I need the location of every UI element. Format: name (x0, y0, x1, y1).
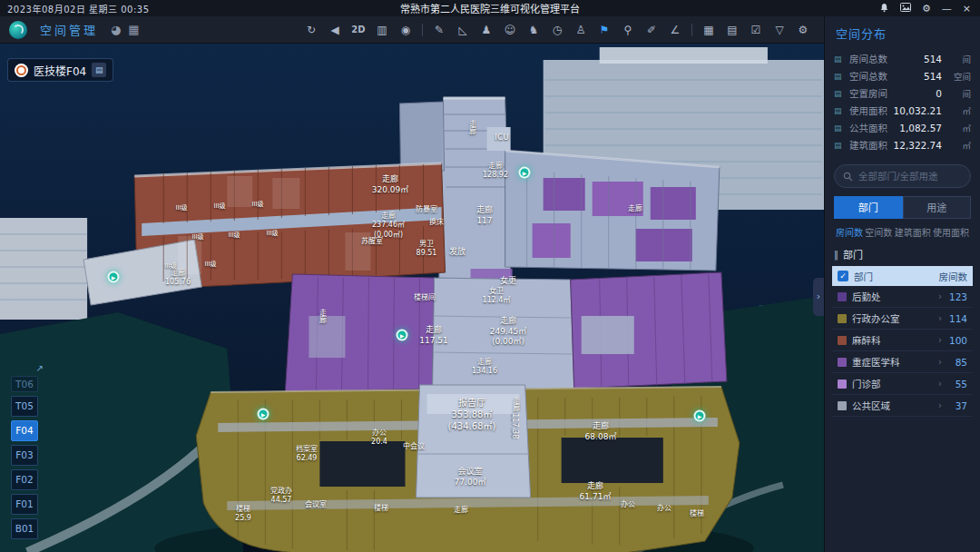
roam-icon[interactable]: ♞ (522, 16, 545, 44)
search-input[interactable] (858, 171, 962, 182)
building-badge-icon (15, 64, 28, 77)
reset-view-icon[interactable]: ↻ (299, 16, 323, 44)
list-bars-icon: ‖ (834, 250, 838, 260)
chart-pie-icon[interactable]: ◕ (111, 23, 121, 36)
marker-glyph: ▶ (400, 332, 405, 338)
mode-2d-icon[interactable]: 2D (347, 16, 370, 44)
sidebar-panel: 空间分布 ▤房间总数514间▤空间总数514空间▤空置房间0间▤使用面积10,0… (824, 16, 980, 552)
settings-icon[interactable]: ⚙ (922, 4, 931, 14)
dept-color-swatch (838, 380, 847, 389)
tab-usage[interactable]: 用途 (903, 196, 972, 219)
scene-3d-viewport[interactable]: 医技楼F04 ▤ ↗ T06T05F04F03F02F01B01 走廊 320.… (0, 44, 824, 552)
building-icon: ▤ (834, 72, 844, 81)
toolbar: 空间管理 ◕ ▦ ↻◀2D▥◉✎◺♟☺♞◷♙⚑⚲✐∠▦▤☑▽⚙ (0, 16, 824, 44)
badge-list-icon[interactable]: ▤ (92, 63, 106, 77)
floor-explode-icon[interactable]: ▥ (370, 16, 394, 44)
dept-row[interactable]: 麻醉科›100 (832, 330, 973, 351)
marker-glyph: ▶ (261, 411, 266, 417)
chevron-right-icon: › (938, 335, 942, 345)
floor-button-B01[interactable]: B01 (11, 518, 38, 539)
table-header: ✓ 部门 房间数 (832, 266, 973, 286)
stat-value: 1,082.57 (899, 123, 942, 133)
scene-marker[interactable]: ▶ (694, 410, 706, 422)
floor-button-F02[interactable]: F02 (11, 469, 38, 490)
sidebar-collapse-handle[interactable]: › (813, 278, 824, 316)
floor-button-T06[interactable]: T06 (11, 376, 38, 392)
select-all-checkbox[interactable]: ✓ (838, 271, 848, 281)
subtab-usage-area[interactable]: 使用面积 (933, 225, 969, 239)
dept-name: 公共区域 (852, 399, 933, 412)
previous-view-icon[interactable]: ◀ (323, 16, 347, 44)
scene-marker[interactable]: ▶ (519, 167, 531, 179)
person-track-icon[interactable]: ♙ (569, 16, 593, 44)
chevron-right-icon: › (938, 357, 942, 367)
floorplan-canvas (0, 44, 824, 552)
dept-row[interactable]: 后勤处›123 (832, 286, 973, 308)
stat-label: 房间总数 (849, 52, 887, 65)
visibility-icon[interactable]: ◉ (394, 16, 417, 44)
app-logo-icon[interactable] (9, 21, 27, 39)
scene-marker[interactable]: ▶ (397, 330, 408, 341)
window-title: 常熟市第二人民医院三维可视化管理平台 (400, 1, 580, 15)
dept-name: 行政办公室 (852, 311, 933, 325)
floor-expand-icon[interactable]: ↗ (36, 363, 44, 373)
measure-distance-icon[interactable]: ◺ (451, 16, 475, 44)
marker-glyph: ▶ (523, 170, 527, 175)
stat-row: ▤建筑面积12,322.74㎡ (834, 136, 971, 153)
dept-count: 37 (947, 400, 967, 411)
stat-value: 0 (936, 88, 942, 99)
history-icon[interactable]: ◷ (545, 16, 569, 44)
apps-menu-icon[interactable]: ▦ (128, 23, 139, 36)
emotion-icon[interactable]: ☺ (498, 16, 522, 44)
dept-row[interactable]: 重症医学科›85 (832, 351, 973, 373)
floor-button-T05[interactable]: T05 (11, 396, 38, 417)
search-tool-icon[interactable]: ⚲ (616, 16, 640, 44)
close-icon[interactable]: × (963, 4, 971, 14)
dept-table: ✓ 部门 房间数 后勤处›123行政办公室›114麻醉科›100重症医学科›85… (832, 266, 973, 545)
notification-icon[interactable] (879, 3, 889, 15)
floor-button-F01[interactable]: F01 (11, 494, 38, 515)
chevron-right-icon: › (938, 379, 942, 389)
measure-angle-icon[interactable]: ∠ (663, 16, 687, 44)
stat-value: 514 (924, 71, 942, 82)
edit-panel-icon[interactable]: ☑ (744, 16, 768, 44)
settings-tool-icon[interactable]: ⚙ (791, 16, 815, 44)
floor-button-F03[interactable]: F03 (11, 445, 38, 466)
screenshot-icon[interactable] (900, 3, 911, 14)
stat-unit: ㎡ (947, 104, 971, 117)
marker-glyph: ▶ (698, 413, 702, 419)
scene-marker[interactable]: ▶ (258, 409, 270, 420)
col-header-dept: 部门 (854, 270, 934, 283)
navigation-icon[interactable]: ⚑ (593, 16, 616, 44)
stat-value: 10,032.21 (894, 105, 942, 116)
subtab-space-count[interactable]: 空间数 (865, 225, 892, 239)
stat-label: 使用面积 (849, 104, 887, 117)
filter-icon[interactable]: ▽ (768, 16, 791, 44)
apps-grid-icon[interactable]: ▦ (697, 16, 720, 44)
building-badge: 医技楼F04 ▤ (7, 58, 113, 82)
dept-row[interactable]: 公共区域›37 (832, 395, 973, 417)
data-table-icon[interactable]: ▤ (720, 16, 744, 44)
stat-row: ▤房间总数514间 (834, 50, 971, 67)
floor-selector: ↗ T06T05F04F03F02F01B01 (11, 376, 38, 539)
stat-label: 公共面积 (849, 121, 887, 134)
subtab-building-area[interactable]: 建筑面积 (895, 225, 931, 239)
toolbar-tools: ↻◀2D▥◉✎◺♟☺♞◷♙⚑⚲✐∠▦▤☑▽⚙ (299, 16, 815, 44)
scene-marker[interactable]: ▶ (108, 271, 120, 283)
subtab-room-count[interactable]: 房间数 (836, 225, 863, 239)
dept-name: 后勤处 (852, 290, 933, 303)
dept-row[interactable]: 行政办公室›114 (832, 308, 973, 330)
tab-department[interactable]: 部门 (834, 196, 903, 219)
minimize-icon[interactable]: — (942, 4, 952, 14)
person-locate-icon[interactable]: ♟ (475, 16, 498, 44)
titlebar: 2023年08月02日 星期三 00:35 常熟市第二人民医院三维可视化管理平台… (0, 0, 980, 16)
floor-button-F04[interactable]: F04 (11, 420, 38, 441)
dept-row[interactable]: 门诊部›55 (832, 373, 973, 395)
draw-icon[interactable]: ✎ (427, 16, 451, 44)
dept-color-swatch (838, 401, 847, 410)
dept-name: 麻醉科 (852, 333, 933, 347)
dept-name: 重症医学科 (852, 355, 933, 369)
building-icon: ▤ (834, 123, 844, 133)
annotate-icon[interactable]: ✐ (640, 16, 663, 44)
dept-name: 门诊部 (852, 377, 933, 390)
